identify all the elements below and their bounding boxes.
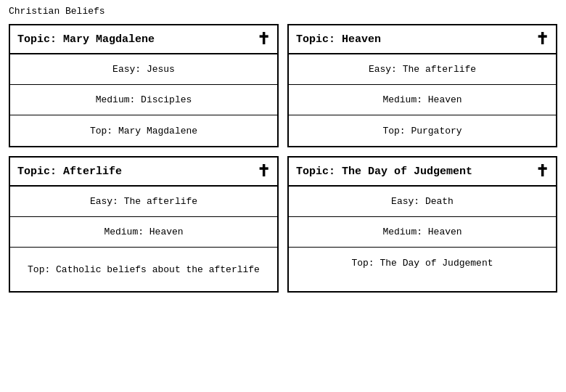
card-afterlife: Topic: Afterlife✝Easy: The afterlifeMedi…	[9, 156, 279, 293]
card-row-mary-magdalene-1: Medium: Disciples	[10, 85, 277, 115]
card-header-heaven: Topic: Heaven✝	[289, 25, 556, 54]
card-day-of-judgement: Topic: The Day of Judgement✝Easy: DeathM…	[287, 156, 557, 293]
card-topic-heaven: Topic: Heaven	[296, 33, 381, 46]
card-topic-day-of-judgement: Topic: The Day of Judgement	[296, 166, 472, 178]
card-row-heaven-2: Top: Purgatory	[289, 115, 556, 146]
cards-grid: Topic: Mary Magdalene✝Easy: JesusMedium:…	[9, 24, 557, 293]
card-row-heaven-1: Medium: Heaven	[289, 85, 556, 115]
page-title: Christian Beliefs	[9, 6, 557, 17]
card-topic-mary-magdalene: Topic: Mary Magdalene	[17, 33, 155, 46]
card-header-afterlife: Topic: Afterlife✝	[10, 158, 277, 187]
cross-icon-mary-magdalene: ✝	[257, 31, 270, 47]
card-row-afterlife-1: Medium: Heaven	[10, 217, 277, 248]
card-row-day-of-judgement-2: Top: The Day of Judgement	[289, 248, 556, 278]
card-mary-magdalene: Topic: Mary Magdalene✝Easy: JesusMedium:…	[9, 24, 279, 147]
card-row-day-of-judgement-1: Medium: Heaven	[289, 217, 556, 248]
card-row-afterlife-0: Easy: The afterlife	[10, 187, 277, 217]
card-row-afterlife-2: Top: Catholic beliefs about the afterlif…	[10, 248, 277, 291]
card-row-mary-magdalene-2: Top: Mary Magdalene	[10, 115, 277, 146]
card-header-mary-magdalene: Topic: Mary Magdalene✝	[10, 25, 277, 54]
cross-icon-day-of-judgement: ✝	[536, 163, 549, 179]
card-heaven: Topic: Heaven✝Easy: The afterlifeMedium:…	[287, 24, 557, 147]
card-row-heaven-0: Easy: The afterlife	[289, 54, 556, 85]
card-topic-afterlife: Topic: Afterlife	[17, 166, 122, 178]
card-row-mary-magdalene-0: Easy: Jesus	[10, 54, 277, 85]
card-row-day-of-judgement-0: Easy: Death	[289, 187, 556, 217]
cross-icon-heaven: ✝	[536, 31, 549, 47]
cross-icon-afterlife: ✝	[257, 163, 270, 179]
card-header-day-of-judgement: Topic: The Day of Judgement✝	[289, 158, 556, 187]
